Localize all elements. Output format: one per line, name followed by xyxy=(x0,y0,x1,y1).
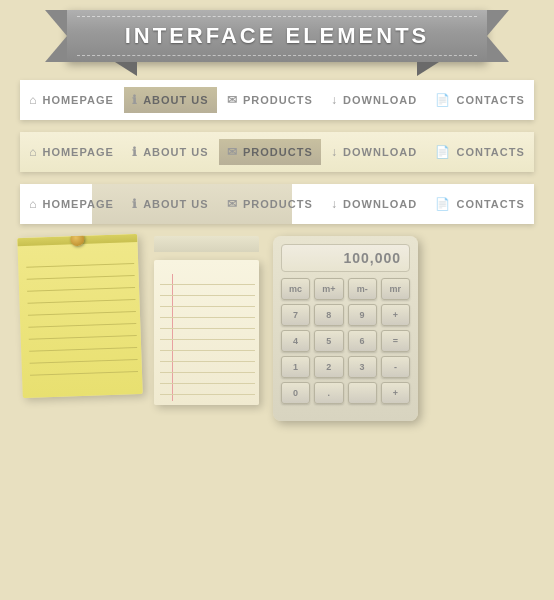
nav-contacts-label-1: CONTACTS xyxy=(456,94,524,106)
nav-products-label-1: PRODUCTS xyxy=(243,94,313,106)
calc-btn-8[interactable]: 8 xyxy=(314,304,343,326)
ribbon-stitch-top xyxy=(77,16,477,17)
calc-btn-6[interactable]: 6 xyxy=(348,330,377,352)
nav-contacts-2[interactable]: 📄 CONTACTS xyxy=(427,139,532,165)
nav-bar-2: ⌂ HOMEPAGE ℹ ABOUT US ✉ PRODUCTS ↓ DOWNL… xyxy=(20,132,534,172)
pin xyxy=(70,234,84,246)
calc-btn-2[interactable]: 2 xyxy=(314,356,343,378)
nav-contacts-1[interactable]: 📄 CONTACTS xyxy=(427,87,532,113)
nav-products-3[interactable]: ✉ PRODUCTS xyxy=(219,191,321,217)
calc-display: 100,000 xyxy=(281,244,410,272)
calc-btn-mplus[interactable]: m+ xyxy=(314,278,343,300)
notepad-lines-1 xyxy=(26,252,139,394)
calc-btn-4[interactable]: 4 xyxy=(281,330,310,352)
nav-aboutus-2[interactable]: ℹ ABOUT US xyxy=(124,139,216,165)
nav-products-1[interactable]: ✉ PRODUCTS xyxy=(219,87,321,113)
home-icon-2: ⌂ xyxy=(29,145,37,159)
nav-homepage-label-1: HOMEPAGE xyxy=(42,94,113,106)
calc-btn-dot[interactable]: . xyxy=(314,382,343,404)
calc-btn-minus[interactable]: - xyxy=(381,356,410,378)
mail-icon-1: ✉ xyxy=(227,93,238,107)
ribbon: INTERFACE ELEMENTS xyxy=(67,10,487,62)
info-icon-2: ℹ xyxy=(132,145,138,159)
line2 xyxy=(160,351,255,362)
nav-download-label-3: DOWNLOAD xyxy=(343,198,417,210)
line2 xyxy=(160,285,255,296)
calc-btn-3[interactable]: 3 xyxy=(348,356,377,378)
nav-download-3[interactable]: ↓ DOWNLOAD xyxy=(323,191,425,217)
nav-contacts-3[interactable]: 📄 CONTACTS xyxy=(427,191,532,217)
calc-btn-plus[interactable]: + xyxy=(381,304,410,326)
download-icon-1: ↓ xyxy=(331,93,338,107)
home-icon-1: ⌂ xyxy=(29,93,37,107)
doc-icon-1: 📄 xyxy=(435,93,451,107)
ribbon-stitch-bottom xyxy=(77,55,477,56)
calc-btn-1[interactable]: 1 xyxy=(281,356,310,378)
calculator: 100,000 mc m+ m- mr 7 8 9 + 4 5 6 = 1 2 … xyxy=(273,236,418,421)
nav-products-label-2: PRODUCTS xyxy=(243,146,313,158)
calc-btn-plus2[interactable]: + xyxy=(381,382,410,404)
line2 xyxy=(160,274,255,285)
doc-icon-3: 📄 xyxy=(435,197,451,211)
nav-homepage-1[interactable]: ⌂ HOMEPAGE xyxy=(21,87,122,113)
nav-homepage-3[interactable]: ⌂ HOMEPAGE xyxy=(21,191,122,217)
notepad-2-wrapper xyxy=(154,248,259,405)
mail-icon-3: ✉ xyxy=(227,197,238,211)
widgets-area: 100,000 mc m+ m- mr 7 8 9 + 4 5 6 = 1 2 … xyxy=(20,236,534,421)
nav-aboutus-label-1: ABOUT US xyxy=(143,94,208,106)
line2 xyxy=(160,307,255,318)
nav-bar-1: ⌂ HOMEPAGE ℹ ABOUT US ✉ PRODUCTS ↓ DOWNL… xyxy=(20,80,534,120)
nav-download-label-2: DOWNLOAD xyxy=(343,146,417,158)
ribbon-container: INTERFACE ELEMENTS xyxy=(0,10,554,62)
nav-download-1[interactable]: ↓ DOWNLOAD xyxy=(323,87,425,113)
ribbon-tail-left xyxy=(115,62,137,76)
calc-btn-equals[interactable]: = xyxy=(381,330,410,352)
notepad-1 xyxy=(17,234,143,398)
nav-homepage-label-3: HOMEPAGE xyxy=(42,198,113,210)
calc-btn-9[interactable]: 9 xyxy=(348,304,377,326)
line2 xyxy=(160,384,255,395)
notepad-2 xyxy=(154,260,259,405)
calc-btn-0[interactable]: 0 xyxy=(281,382,310,404)
nav-products-2[interactable]: ✉ PRODUCTS xyxy=(219,139,321,165)
nav-bar-3: ⌂ HOMEPAGE ℹ ABOUT US ✉ PRODUCTS ↓ DOWNL… xyxy=(20,184,534,224)
notepad-2-top xyxy=(154,236,259,252)
ribbon-title: INTERFACE ELEMENTS xyxy=(125,23,430,49)
line2 xyxy=(160,373,255,384)
calc-btn-mr[interactable]: mr xyxy=(381,278,410,300)
calc-btn-7[interactable]: 7 xyxy=(281,304,310,326)
download-icon-3: ↓ xyxy=(331,197,338,211)
nav-aboutus-label-3: ABOUT US xyxy=(143,198,208,210)
ribbon-tail-right xyxy=(417,62,439,76)
nav-download-label-1: DOWNLOAD xyxy=(343,94,417,106)
info-icon-3: ℹ xyxy=(132,197,138,211)
nav-contacts-label-3: CONTACTS xyxy=(456,198,524,210)
nav-download-2[interactable]: ↓ DOWNLOAD xyxy=(323,139,425,165)
doc-icon-2: 📄 xyxy=(435,145,451,159)
calc-btn-5[interactable]: 5 xyxy=(314,330,343,352)
nav-aboutus-3[interactable]: ℹ ABOUT US xyxy=(124,191,216,217)
nav-contacts-label-2: CONTACTS xyxy=(456,146,524,158)
info-icon-1: ℹ xyxy=(132,93,138,107)
line2 xyxy=(160,340,255,351)
line2 xyxy=(160,329,255,340)
mail-icon-2: ✉ xyxy=(227,145,238,159)
line2 xyxy=(160,318,255,329)
home-icon-3: ⌂ xyxy=(29,197,37,211)
nav-aboutus-label-2: ABOUT US xyxy=(143,146,208,158)
line xyxy=(30,360,138,376)
line2 xyxy=(160,296,255,307)
nav-homepage-2[interactable]: ⌂ HOMEPAGE xyxy=(21,139,122,165)
calc-buttons: mc m+ m- mr 7 8 9 + 4 5 6 = 1 2 3 - 0 . … xyxy=(281,278,410,404)
notepad-lines-2 xyxy=(160,274,255,401)
nav-homepage-label-2: HOMEPAGE xyxy=(42,146,113,158)
calc-btn-empty xyxy=(348,382,377,404)
nav-products-label-3: PRODUCTS xyxy=(243,198,313,210)
nav-aboutus-1[interactable]: ℹ ABOUT US xyxy=(124,87,216,113)
line2 xyxy=(160,362,255,373)
calc-btn-mminus[interactable]: m- xyxy=(348,278,377,300)
calc-btn-mc[interactable]: mc xyxy=(281,278,310,300)
download-icon-2: ↓ xyxy=(331,145,338,159)
